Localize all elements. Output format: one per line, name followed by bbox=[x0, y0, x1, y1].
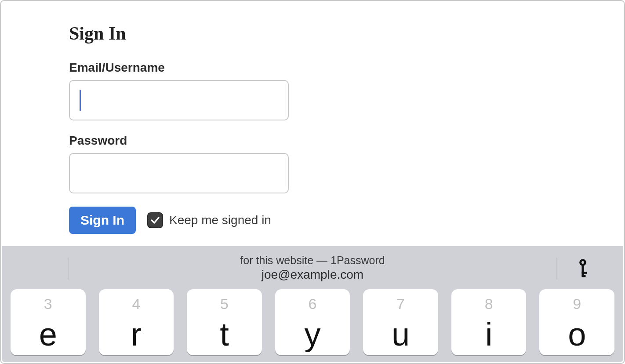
key-y[interactable]: 6 y bbox=[275, 289, 350, 355]
key-r[interactable]: 4 r bbox=[99, 289, 174, 355]
email-label: Email/Username bbox=[69, 61, 624, 75]
key-number: 3 bbox=[44, 295, 52, 313]
key-letter: t bbox=[220, 318, 229, 351]
key-o[interactable]: 9 o bbox=[539, 289, 614, 355]
password-manager-button[interactable] bbox=[575, 258, 591, 281]
key-number: 8 bbox=[485, 295, 493, 313]
signin-form: Sign In Email/Username Password Sign In … bbox=[1, 1, 624, 234]
key-number: 4 bbox=[132, 295, 140, 313]
autofill-suggestion[interactable]: for this website — 1Password joe@example… bbox=[240, 254, 385, 282]
key-letter: r bbox=[131, 318, 142, 351]
separator bbox=[556, 258, 557, 280]
key-number: 5 bbox=[220, 295, 229, 313]
password-field[interactable] bbox=[69, 153, 289, 193]
svg-rect-3 bbox=[581, 272, 587, 274]
key-letter: e bbox=[39, 318, 57, 351]
password-label: Password bbox=[69, 134, 624, 148]
key-t[interactable]: 5 t bbox=[187, 289, 262, 355]
page-title: Sign In bbox=[69, 23, 624, 44]
svg-rect-2 bbox=[581, 265, 584, 276]
text-caret bbox=[80, 90, 81, 111]
keyboard-area: for this website — 1Password joe@example… bbox=[2, 246, 623, 362]
keyboard-row: 3 e 4 r 5 t 6 y 7 u 8 i 9 o bbox=[2, 289, 623, 362]
key-icon bbox=[575, 258, 591, 280]
signin-button[interactable]: Sign In bbox=[69, 207, 136, 234]
autofill-bar: for this website — 1Password joe@example… bbox=[2, 246, 623, 289]
svg-rect-4 bbox=[581, 275, 585, 277]
key-letter: i bbox=[485, 318, 492, 351]
key-number: 9 bbox=[573, 295, 581, 313]
autofill-username: joe@example.com bbox=[240, 268, 385, 282]
key-number: 7 bbox=[396, 295, 405, 313]
separator bbox=[68, 258, 69, 280]
key-i[interactable]: 8 i bbox=[451, 289, 527, 355]
email-field[interactable] bbox=[69, 80, 289, 120]
check-icon bbox=[150, 215, 160, 226]
svg-point-1 bbox=[581, 261, 584, 264]
keep-signed-in-checkbox[interactable] bbox=[147, 212, 163, 228]
key-e[interactable]: 3 e bbox=[11, 289, 86, 355]
key-letter: u bbox=[392, 318, 410, 351]
keep-signed-in-label: Keep me signed in bbox=[169, 213, 271, 227]
key-u[interactable]: 7 u bbox=[363, 289, 438, 355]
autofill-source-label: for this website — 1Password bbox=[240, 254, 385, 267]
key-letter: o bbox=[568, 318, 586, 351]
key-letter: y bbox=[305, 318, 321, 351]
key-number: 6 bbox=[309, 295, 317, 313]
